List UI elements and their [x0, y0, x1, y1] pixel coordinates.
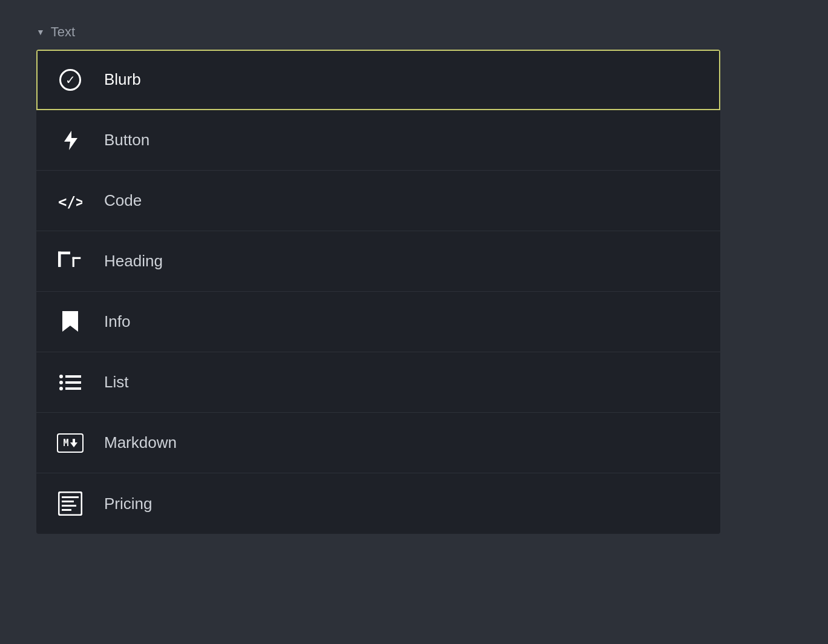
svg-point-6 [59, 375, 63, 378]
list-item-list[interactable]: List [36, 352, 720, 413]
svg-point-8 [59, 381, 63, 384]
svg-rect-11 [65, 387, 81, 390]
blurb-label: Blurb [104, 70, 141, 89]
list-icon [58, 373, 82, 392]
bookmark-icon [58, 311, 82, 333]
svg-rect-13 [59, 492, 82, 515]
svg-rect-9 [65, 381, 81, 384]
svg-rect-7 [65, 375, 81, 378]
info-label: Info [104, 312, 130, 331]
heading-icon [58, 251, 82, 272]
svg-rect-15 [62, 501, 74, 502]
list-item-heading[interactable]: Heading [36, 231, 720, 292]
list-item-button[interactable]: Button [36, 110, 720, 171]
pricing-icon [58, 491, 82, 516]
section-chevron[interactable]: ▼ [36, 27, 45, 37]
svg-rect-17 [62, 509, 71, 511]
list-item-info[interactable]: Info [36, 292, 720, 352]
check-circle-icon: ✓ [58, 69, 82, 91]
svg-rect-3 [58, 251, 70, 254]
svg-rect-14 [62, 496, 79, 498]
markdown-icon: M [58, 433, 82, 453]
section-header: ▼ Text [36, 24, 792, 40]
items-list: ✓ Blurb Button </> Code [36, 50, 720, 534]
svg-point-10 [59, 387, 63, 390]
svg-rect-5 [73, 257, 81, 258]
list-item-blurb[interactable]: ✓ Blurb [36, 50, 720, 110]
section: ▼ Text ✓ Blurb Button </> [36, 24, 792, 534]
pricing-label: Pricing [104, 494, 152, 513]
code-label: Code [104, 191, 142, 210]
code-icon: </> [58, 191, 82, 211]
list-item-markdown[interactable]: M Markdown [36, 413, 720, 473]
list-label: List [104, 373, 128, 392]
bolt-icon [58, 131, 82, 150]
list-item-code[interactable]: </> Code [36, 171, 720, 231]
button-label: Button [104, 131, 150, 150]
svg-marker-0 [64, 131, 77, 150]
markdown-label: Markdown [104, 433, 177, 452]
svg-text:</>: </> [58, 194, 82, 211]
section-title: Text [51, 24, 75, 40]
svg-marker-12 [70, 439, 77, 447]
heading-label: Heading [104, 252, 163, 271]
list-item-pricing[interactable]: Pricing [36, 473, 720, 534]
svg-rect-16 [62, 505, 76, 507]
